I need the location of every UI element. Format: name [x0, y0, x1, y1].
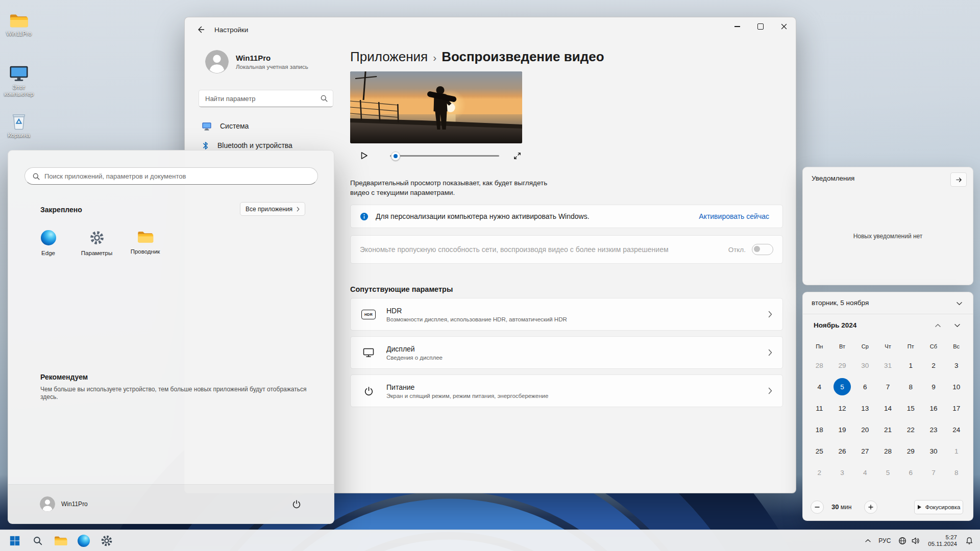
system-tray-icons[interactable] — [895, 537, 923, 545]
calendar-day[interactable]: 15 — [899, 397, 922, 419]
calendar-day[interactable]: 18 — [808, 419, 831, 440]
taskbar-edge-button[interactable] — [74, 531, 94, 551]
focus-duration-value: 30 — [831, 503, 839, 511]
settings-titlebar: Настройки — [185, 17, 796, 42]
related-row-hdr[interactable]: HDR HDR Возможности дисплея, использован… — [350, 298, 783, 331]
calendar-day[interactable]: 23 — [922, 419, 945, 440]
notification-bell-button[interactable] — [962, 531, 977, 551]
fullscreen-button[interactable] — [510, 149, 524, 162]
calendar-day[interactable]: 22 — [899, 419, 922, 440]
activate-now-link[interactable]: Активировать сейчас — [699, 212, 773, 220]
calendar-day[interactable]: 24 — [945, 419, 968, 440]
folder-icon — [54, 535, 67, 546]
calendar-day[interactable]: 30 — [922, 440, 945, 462]
focus-minus-button[interactable] — [811, 500, 824, 514]
display-icon — [363, 348, 374, 358]
calendar-day[interactable]: 14 — [876, 397, 899, 419]
video-preview-frame — [350, 71, 522, 143]
calendar-day[interactable]: 28 — [876, 440, 899, 462]
calendar-day[interactable]: 1 — [945, 440, 968, 462]
start-button[interactable] — [5, 531, 25, 551]
back-arrow-icon — [197, 26, 205, 34]
desktop-icon-win11pro[interactable]: Win11Pro — [0, 13, 40, 37]
calendar-day[interactable]: 5 — [876, 462, 899, 483]
preview-controls — [350, 144, 783, 167]
weekday-label: Вс — [945, 343, 968, 349]
calendar-day[interactable]: 8 — [899, 376, 922, 397]
calendar-day[interactable]: 7 — [876, 376, 899, 397]
calendar-prev-button[interactable] — [931, 319, 944, 332]
calendar-day[interactable]: 25 — [808, 440, 831, 462]
focus-session-button[interactable]: Фокусировка — [914, 500, 963, 514]
calendar-day[interactable]: 27 — [853, 440, 876, 462]
calendar-day-selected[interactable]: 5 — [831, 376, 854, 397]
calendar-day[interactable]: 8 — [945, 462, 968, 483]
calendar-day[interactable]: 2 — [808, 462, 831, 483]
back-button[interactable] — [192, 22, 209, 37]
breadcrumb-parent[interactable]: Приложения — [350, 49, 428, 65]
all-apps-button[interactable]: Все приложения — [240, 202, 305, 216]
desktop-icon-this-pc[interactable]: Этот компьютер — [0, 65, 40, 97]
close-button[interactable] — [772, 17, 796, 36]
calendar-day[interactable]: 4 — [853, 462, 876, 483]
language-indicator[interactable]: РУС — [874, 537, 895, 544]
clock[interactable]: 5:27 05.11.2024 — [923, 534, 962, 548]
minimize-icon — [734, 26, 740, 27]
calendar-day[interactable]: 12 — [831, 397, 854, 419]
calendar-day[interactable]: 21 — [876, 419, 899, 440]
pinned-app-settings[interactable]: Параметры — [72, 226, 121, 275]
maximize-button[interactable] — [749, 17, 772, 36]
tray-overflow-button[interactable] — [861, 531, 874, 551]
calendar-day[interactable]: 19 — [831, 419, 854, 440]
calendar-day[interactable]: 3 — [831, 462, 854, 483]
power-button[interactable] — [287, 495, 306, 513]
calendar-day[interactable]: 9 — [922, 376, 945, 397]
minimize-button[interactable] — [725, 17, 749, 36]
play-button[interactable] — [357, 149, 371, 162]
calendar-day[interactable]: 11 — [808, 397, 831, 419]
focus-plus-button[interactable] — [864, 500, 877, 514]
calendar-month-label[interactable]: Ноябрь 2024 — [814, 321, 856, 329]
calendar-day[interactable]: 6 — [853, 376, 876, 397]
calendar-day[interactable]: 1 — [899, 355, 922, 376]
calendar-day[interactable]: 29 — [831, 355, 854, 376]
account-button[interactable]: Win11Pro Локальная учетная запись — [205, 50, 308, 73]
sidebar-item-label: Система — [220, 122, 249, 130]
calendar-day[interactable]: 7 — [922, 462, 945, 483]
notifications-expand-button[interactable] — [950, 172, 967, 187]
taskbar-search-button[interactable] — [28, 531, 48, 551]
calendar-day[interactable]: 4 — [808, 376, 831, 397]
calendar-day[interactable]: 28 — [808, 355, 831, 376]
desktop-icon-recycle-bin[interactable]: Корзина — [0, 111, 40, 139]
slider-thumb[interactable] — [391, 152, 400, 161]
calendar-next-button[interactable] — [950, 319, 964, 332]
calendar-day[interactable]: 16 — [922, 397, 945, 419]
calendar-day[interactable]: 31 — [876, 355, 899, 376]
calendar-collapse-button[interactable] — [951, 297, 967, 310]
calendar-day[interactable]: 30 — [853, 355, 876, 376]
pinned-app-edge[interactable]: Edge — [24, 226, 72, 275]
seek-slider[interactable] — [390, 151, 499, 160]
start-search-input[interactable] — [25, 168, 317, 184]
calendar-day[interactable]: 13 — [853, 397, 876, 419]
calendar-day[interactable]: 3 — [945, 355, 968, 376]
pinned-app-explorer[interactable]: Проводник — [121, 226, 169, 275]
calendar-day[interactable]: 20 — [853, 419, 876, 440]
calendar-day[interactable]: 2 — [922, 355, 945, 376]
related-row-display[interactable]: Дисплей Сведения о дисплее — [350, 336, 783, 369]
activation-text: Для персонализации компьютера нужно акти… — [376, 212, 590, 220]
calendar-day[interactable]: 29 — [899, 440, 922, 462]
calendar-day[interactable]: 10 — [945, 376, 968, 397]
bandwidth-toggle[interactable] — [752, 244, 773, 255]
sidebar-item-system[interactable]: Система — [191, 116, 331, 136]
taskbar-settings-button[interactable] — [96, 531, 117, 551]
calendar-day[interactable]: 17 — [945, 397, 968, 419]
calendar-day[interactable]: 26 — [831, 440, 854, 462]
related-row-power[interactable]: Питание Экран и спящий режим, режим пита… — [350, 374, 783, 407]
settings-search-input[interactable] — [199, 90, 333, 107]
taskbar-explorer-button[interactable] — [51, 531, 71, 551]
calendar-day[interactable]: 6 — [899, 462, 922, 483]
windows-logo-icon — [9, 535, 20, 546]
calendar-weekday-row: Пн Вт Ср Чт Пт Сб Вс — [808, 343, 968, 349]
user-profile-button[interactable]: Win11Pro — [40, 496, 88, 512]
